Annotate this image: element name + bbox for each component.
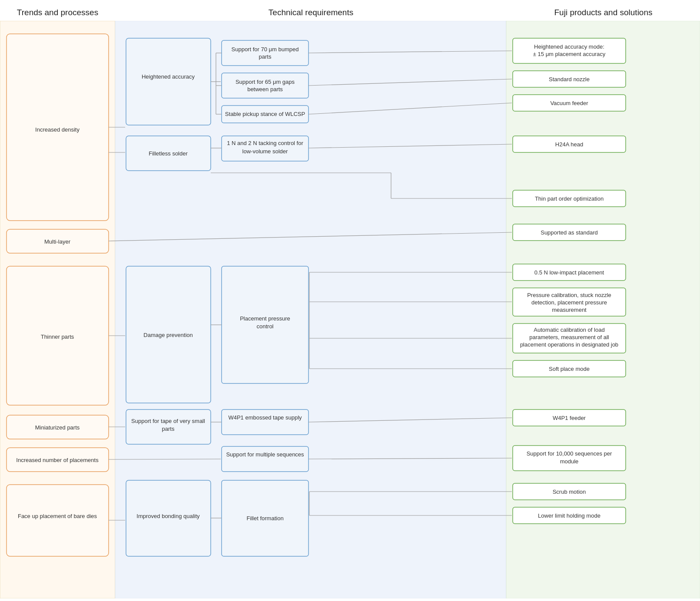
- svg-text:Support for 65 μm gaps: Support for 65 μm gaps: [236, 79, 295, 85]
- svg-text:Thinner parts: Thinner parts: [41, 334, 74, 340]
- svg-text:Automatic calibration of load: Automatic calibration of load: [534, 327, 604, 333]
- svg-rect-5: [126, 38, 211, 125]
- svg-text:between parts: between parts: [247, 86, 283, 92]
- header-tech: Technical requirements: [269, 8, 353, 17]
- svg-text:low-volume solder: low-volume solder: [242, 148, 288, 155]
- svg-text:Heightened accuracy: Heightened accuracy: [142, 73, 195, 80]
- header-fuji: Fuji products and solutions: [554, 8, 652, 17]
- svg-text:Support for 10,000 sequences p: Support for 10,000 sequences per: [527, 450, 612, 457]
- svg-text:Fillet formation: Fillet formation: [246, 515, 283, 522]
- svg-text:± 15 μm placement accuracy: ± 15 μm placement accuracy: [533, 51, 606, 57]
- svg-text:measurement: measurement: [552, 307, 587, 313]
- svg-text:placement operations in design: placement operations in designated job: [520, 341, 618, 348]
- svg-rect-7: [222, 40, 309, 66]
- svg-text:parts: parts: [162, 426, 175, 432]
- svg-text:Filletless solder: Filletless solder: [149, 150, 188, 157]
- svg-text:Support for tape of very small: Support for tape of very small: [131, 418, 205, 424]
- svg-text:Lower limit holding mode: Lower limit holding mode: [538, 512, 600, 519]
- svg-text:control: control: [256, 323, 273, 330]
- svg-text:Damage prevention: Damage prevention: [143, 332, 192, 338]
- svg-text:Improved bonding quality: Improved bonding quality: [136, 513, 200, 519]
- svg-text:W4P1 embossed tape supply: W4P1 embossed tape supply: [228, 414, 302, 421]
- page: Trends and processes Technical requireme…: [0, 0, 700, 601]
- svg-text:Support for 70 μm bumped: Support for 70 μm bumped: [232, 46, 299, 53]
- svg-text:Heightened accuracy mode:: Heightened accuracy mode:: [534, 43, 604, 50]
- svg-text:Increased density: Increased density: [35, 126, 80, 133]
- svg-text:Multi-layer: Multi-layer: [44, 238, 71, 245]
- svg-text:detection, placement pressure: detection, placement pressure: [531, 299, 607, 306]
- svg-rect-10: [222, 73, 309, 98]
- header-trends: Trends and processes: [17, 8, 98, 17]
- svg-text:0.5 N low-impact placement: 0.5 N low-impact placement: [534, 269, 604, 276]
- svg-text:Stable pickup stance of WLCSP: Stable pickup stance of WLCSP: [225, 111, 305, 117]
- diagram-svg: Increased density Heightened accuracy Su…: [0, 21, 700, 598]
- svg-text:Thin part order optimization: Thin part order optimization: [535, 195, 604, 202]
- svg-text:parameters, measurement of all: parameters, measurement of all: [529, 334, 609, 340]
- svg-text:Pressure calibration, stuck no: Pressure calibration, stuck nozzle: [527, 292, 611, 298]
- svg-text:Face up placement of bare dies: Face up placement of bare dies: [18, 513, 97, 519]
- svg-text:Supported as standard: Supported as standard: [541, 229, 598, 236]
- svg-text:Soft place mode: Soft place mode: [549, 366, 590, 372]
- svg-rect-70: [7, 485, 109, 556]
- svg-text:Support for multiple sequences: Support for multiple sequences: [226, 451, 304, 458]
- svg-rect-65: [222, 446, 309, 472]
- svg-text:W4P1 feeder: W4P1 feeder: [553, 415, 586, 421]
- svg-rect-59: [222, 409, 309, 435]
- svg-text:1 N and 2 N tacking control fo: 1 N and 2 N tacking control for: [227, 140, 303, 146]
- svg-text:Vacuum feeder: Vacuum feeder: [550, 100, 588, 106]
- svg-text:H24A head: H24A head: [555, 141, 583, 148]
- svg-text:Placement pressure: Placement pressure: [240, 315, 290, 322]
- svg-text:Scrub motion: Scrub motion: [553, 489, 586, 495]
- svg-text:Miniaturized parts: Miniaturized parts: [35, 424, 80, 431]
- svg-text:module: module: [560, 458, 579, 465]
- svg-text:Increased number of placements: Increased number of placements: [16, 457, 99, 463]
- svg-text:parts: parts: [259, 53, 272, 60]
- svg-text:Standard nozzle: Standard nozzle: [549, 76, 590, 83]
